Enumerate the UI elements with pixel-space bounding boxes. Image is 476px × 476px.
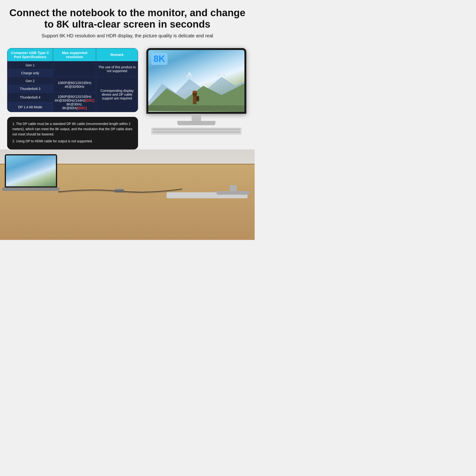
table-row: Gen 2 1080P@60/120/165Hz4K@30/60Hz Corre… <box>7 77 138 85</box>
content-row: Computer USB Type C Port Specifications … <box>0 46 255 150</box>
port-tb4: Thunderbolt 4 <box>7 93 53 102</box>
monitor-stand-base <box>177 121 215 125</box>
port-gen2: Gen 2 <box>7 77 53 85</box>
page-wrapper: Connect the notebook to the monitor, and… <box>0 0 255 240</box>
remark-corresponding: Corresponding display device and DP cabl… <box>96 77 138 112</box>
wood-line-5 <box>0 219 255 220</box>
resolution-gen2: 1080P@60/120/165Hz4K@30/60Hz <box>53 77 96 93</box>
keyboard <box>151 128 241 135</box>
port-tb3: Thunderbolt 3 <box>7 85 53 93</box>
specs-table: Computer USB Type C Port Specifications … <box>7 48 138 112</box>
laptop-area <box>5 154 57 192</box>
monitor-frame: 8K <box>146 48 246 114</box>
svg-marker-2 <box>217 71 226 77</box>
svg-point-8 <box>192 91 197 93</box>
svg-rect-7 <box>196 96 199 101</box>
laptop-screen <box>5 154 57 187</box>
col3-header: Remark <box>96 48 138 61</box>
dsc-label-1: [DSC] <box>85 99 95 102</box>
col2-header: Max supported resolution <box>53 48 96 61</box>
sub-title: Support 8K HD resolution and HDR display… <box>7 33 248 38</box>
notes-list: 1. The DP cable must be a standard DP 8K… <box>12 121 133 144</box>
left-panel: Computer USB Type C Port Specifications … <box>5 46 143 150</box>
port-gen1: Gen 1 <box>7 61 53 69</box>
note-2: 2. Using DP to HDMI cable for output is … <box>12 138 133 144</box>
header-section: Connect the notebook to the monitor, and… <box>0 0 255 46</box>
table-row: Gen 1 The use of this product is not sup… <box>7 61 138 69</box>
svg-rect-4 <box>148 105 244 111</box>
monitor-stand-right-neck <box>230 185 237 191</box>
remark-not-supported: The use of this product is not supported <box>96 61 138 77</box>
port-charge: Charge only <box>7 69 53 77</box>
resolution-tb4: 1080P@60/120/165Hz 4K@30/60Hz/144Hz[DSC]… <box>53 93 96 112</box>
monitor-8k-badge: 8K <box>151 53 168 65</box>
main-title: Connect the notebook to the monitor, and… <box>7 7 248 30</box>
col1-header: Computer USB Type C Port Specifications <box>7 48 53 61</box>
monitor-screen: 8K <box>148 50 244 112</box>
bottom-scene <box>0 150 255 240</box>
note-1: 1. The DP cable must be a standard DP 8K… <box>12 121 133 137</box>
laptop-display <box>6 155 56 186</box>
mountain-svg <box>148 69 244 112</box>
kb-row-2 <box>153 131 240 133</box>
monitor-right-stand <box>217 185 250 195</box>
monitor-container: 8K <box>146 48 246 135</box>
resolution-empty-1 <box>53 61 96 77</box>
laptop-base <box>2 187 60 191</box>
monitor-base-right <box>217 191 250 195</box>
notes-bubble: 1. The DP cable must be a standard DP 8K… <box>7 117 138 150</box>
right-panel: 8K <box>143 46 250 150</box>
port-dp14: DP 1.4 Alt Mode <box>7 102 53 112</box>
kb-row-1 <box>153 129 240 130</box>
dsc-label-2: [DSC] <box>78 106 87 110</box>
wood-line-4 <box>0 207 255 207</box>
specs-table-wrapper: Computer USB Type C Port Specifications … <box>7 48 138 112</box>
svg-marker-1 <box>185 72 194 79</box>
monitor-stand-neck <box>192 114 201 121</box>
